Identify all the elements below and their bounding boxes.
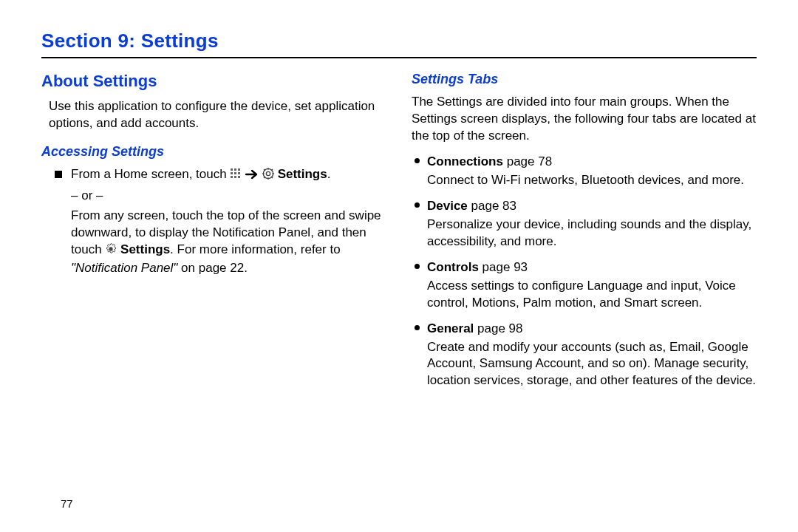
alt-step-text: From any screen, touch the top of the sc…: [71, 208, 386, 277]
svg-rect-5: [238, 172, 240, 174]
about-intro-text: Use this application to configure the de…: [49, 98, 386, 132]
two-columns: About Settings Use this application to c…: [41, 66, 757, 389]
bullet-icon: [415, 158, 420, 163]
tab-general-desc: Create and modify your accounts (such as…: [427, 339, 757, 390]
bullet-icon: [415, 202, 420, 208]
tab-connections-desc: Connect to Wi-Fi networks, Bluetooth dev…: [427, 172, 744, 189]
tab-device-head: Device page 83: [427, 198, 757, 215]
tab-controls-head: Controls page 93: [427, 259, 757, 276]
settings-label: Settings: [278, 167, 327, 181]
svg-rect-3: [231, 172, 233, 174]
list-item: Device page 83 Personalize your device, …: [415, 198, 757, 250]
svg-rect-0: [231, 168, 233, 171]
tab-controls-desc: Access settings to configure Language an…: [427, 278, 757, 312]
step-prefix: From a Home screen, touch: [71, 167, 230, 181]
settings-gear-icon: [105, 243, 117, 260]
page-number: 77: [61, 497, 73, 510]
section-title: Section 9: Settings: [41, 30, 757, 52]
section-rule: [41, 57, 757, 58]
bullet-icon: [415, 264, 420, 269]
arrow-right-icon: [245, 168, 259, 185]
step-period: .: [327, 167, 331, 181]
list-item: Connections page 78 Connect to Wi-Fi net…: [415, 154, 757, 189]
tabs-list: Connections page 78 Connect to Wi-Fi net…: [412, 154, 757, 389]
svg-rect-1: [234, 168, 236, 171]
tab-general-head: General page 98: [427, 321, 757, 338]
svg-rect-7: [234, 176, 236, 178]
svg-rect-8: [238, 176, 240, 178]
settings-label-2: Settings: [120, 242, 170, 256]
alt-step-c: on page 22.: [177, 261, 248, 275]
list-item: Controls page 93 Access settings to conf…: [415, 259, 757, 312]
svg-point-10: [266, 171, 270, 175]
step-from-home: From a Home screen, touch: [55, 166, 386, 185]
accessing-settings-heading: Accessing Settings: [41, 143, 386, 160]
bullet-icon: [415, 325, 420, 330]
svg-rect-6: [231, 176, 233, 178]
apps-grid-icon: [230, 168, 242, 185]
step-text: From a Home screen, touch: [71, 166, 386, 185]
alt-step-b: . For more information, refer to: [170, 242, 341, 256]
tab-device-desc: Personalize your device, including sound…: [427, 216, 757, 250]
list-item: General page 98 Create and modify your a…: [415, 321, 757, 390]
about-settings-heading: About Settings: [41, 70, 386, 92]
or-text: – or –: [71, 188, 386, 205]
notification-panel-ref: "Notification Panel": [71, 261, 177, 275]
svg-rect-4: [234, 172, 236, 174]
settings-tabs-heading: Settings Tabs: [412, 70, 757, 88]
manual-page: Section 9: Settings About Settings Use t…: [0, 0, 798, 532]
settings-gear-icon: [262, 168, 274, 185]
column-right: Settings Tabs The Settings are divided i…: [412, 66, 757, 389]
square-bullet-icon: [55, 171, 62, 178]
svg-rect-2: [238, 168, 240, 171]
column-left: About Settings Use this application to c…: [41, 66, 386, 389]
tabs-intro-text: The Settings are divided into four main …: [412, 94, 757, 145]
tab-connections-head: Connections page 78: [427, 154, 744, 171]
